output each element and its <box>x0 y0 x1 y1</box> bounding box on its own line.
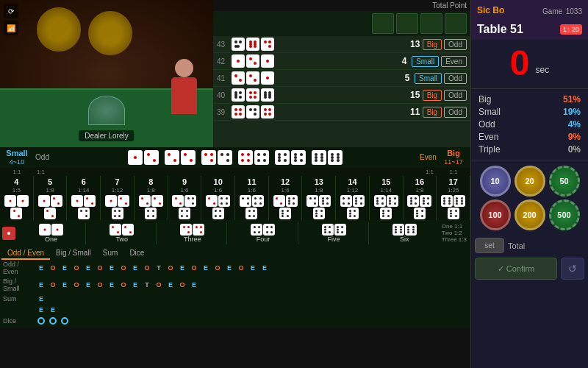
top-box-2 <box>396 13 418 34</box>
round-total: 15 <box>408 90 423 100</box>
top-box-3 <box>420 13 442 34</box>
bet-num-16[interactable]: 16 1:8 <box>404 176 437 220</box>
chip-200[interactable]: 200 <box>514 199 545 230</box>
history-sum-row2: E E <box>1 305 469 315</box>
bet-num-14[interactable]: 14 1:12 <box>336 176 370 220</box>
bet-die[interactable] <box>275 150 290 165</box>
die-2 <box>246 54 259 68</box>
tab-sum[interactable]: Sum <box>97 247 124 260</box>
small-tag: Small <box>415 73 442 84</box>
top-section: ⟳ 📶 Dealer Lorely Total Point 43 <box>0 0 470 147</box>
bet-num-11[interactable]: 11 1:6 <box>235 176 269 220</box>
tab-big-small[interactable]: Big / Small <box>50 247 97 260</box>
die-2 <box>246 88 259 102</box>
die-3 <box>261 71 274 85</box>
die-1 <box>232 38 245 51</box>
bet-die[interactable] <box>201 150 216 165</box>
chip-10[interactable]: 10 <box>480 166 511 197</box>
bet-die[interactable] <box>128 150 143 165</box>
separator <box>471 88 588 89</box>
game-number: 1033 <box>566 7 582 15</box>
chip-50[interactable]: 50 <box>549 166 580 197</box>
round-total: 4 <box>397 56 412 66</box>
top-box-1 <box>372 13 394 34</box>
refresh-button[interactable]: ↺ <box>561 258 584 280</box>
combo-three-label: Three <box>184 236 201 243</box>
history-odd-even-row: Odd / Even E O E O E O E O E O T O E O E… <box>1 260 469 276</box>
combo-three[interactable]: Three <box>158 222 227 244</box>
stat-odd-row: Odd 4% <box>478 119 581 130</box>
bet-die[interactable] <box>312 150 326 165</box>
odd-bet-label[interactable]: Odd <box>33 153 51 161</box>
combo-four-label: Four <box>257 236 270 243</box>
combo-two[interactable]: Two <box>87 222 157 244</box>
table-number: Table 51 <box>477 23 523 36</box>
combo-one-label: One <box>45 236 57 243</box>
combo-five[interactable]: Five <box>300 222 369 244</box>
video-feed: ⟳ 📶 Dealer Lorely <box>0 0 213 147</box>
bet-die[interactable] <box>291 150 306 165</box>
result-tags: Small Even <box>412 56 467 67</box>
total-row: Total <box>508 241 525 250</box>
big-tag: Big <box>423 107 442 118</box>
bet-num-10[interactable]: 10 1:6 <box>201 176 235 220</box>
bet-die[interactable] <box>238 150 253 165</box>
chip-20[interactable]: 20 <box>514 166 545 197</box>
bet-num-4[interactable]: 4 1:5 <box>0 176 34 220</box>
small-bet-label[interactable]: Small 4~10 <box>2 149 32 166</box>
stat-big-row: Big 51% <box>478 94 581 105</box>
even-bet-label[interactable]: Even <box>419 153 437 161</box>
round-number: 40 <box>217 91 232 99</box>
combo-one[interactable]: One <box>17 222 86 244</box>
action-area: set Total ✓ Confirm ↺ <box>471 234 588 283</box>
chips-row-1: 10 20 50 <box>475 166 584 197</box>
odd-tag: Odd <box>444 39 467 50</box>
bet-die[interactable] <box>144 150 159 165</box>
big-bet-label[interactable]: Big 11~17 <box>439 149 468 166</box>
round-number: 41 <box>217 74 232 82</box>
bet-num-6[interactable]: 6 1:14 <box>67 176 101 220</box>
refresh-icon[interactable]: ⟳ <box>4 4 18 18</box>
bet-die[interactable] <box>181 150 196 165</box>
dealer-body <box>171 77 197 114</box>
confirm-button[interactable]: ✓ Confirm <box>475 258 557 280</box>
top-box-4 <box>445 13 467 34</box>
checkmark-icon: ✓ <box>498 264 504 274</box>
round-number: 42 <box>217 57 232 66</box>
combo-six[interactable]: Six <box>370 222 439 244</box>
die-2 <box>246 105 259 118</box>
bet-die[interactable] <box>254 150 269 165</box>
bet-num-15[interactable]: 15 1:14 <box>370 176 404 220</box>
history-row: 42 4 Small Even <box>213 53 470 70</box>
bet-num-17[interactable]: 17 1:25 <box>437 176 470 220</box>
history-circle-row: Dice <box>1 316 469 326</box>
die-1 <box>232 88 245 102</box>
dice-display <box>232 105 408 118</box>
odd-tag: Odd <box>444 90 467 101</box>
top-boxes <box>213 11 470 36</box>
tab-dice[interactable]: Dice <box>123 247 150 260</box>
chip-100[interactable]: 100 <box>480 199 511 230</box>
bet-num-12[interactable]: 12 1:6 <box>269 176 303 220</box>
bet-num-13[interactable]: 13 1:8 <box>302 176 336 220</box>
bet-num-9[interactable]: 9 1:6 <box>168 176 202 220</box>
stat-even-value: 9% <box>568 132 581 142</box>
bet-die[interactable] <box>218 150 232 165</box>
history-sum-row1: Sum E <box>1 294 469 304</box>
tab-odd-even[interactable]: Odd / Even <box>1 247 50 260</box>
bet-num-7[interactable]: 7 1:12 <box>101 176 135 220</box>
chip-500[interactable]: 500 <box>549 199 580 230</box>
history-grid: Odd / Even Big / Small Sum Dice Odd / Ev… <box>0 246 470 328</box>
table-number-row: Table 51 1↑ 20 <box>471 21 588 40</box>
confirm-row: ✓ Confirm ↺ <box>475 258 584 280</box>
combo-four[interactable]: Four <box>229 222 298 244</box>
bet-die[interactable] <box>328 150 343 165</box>
dice-display <box>232 88 408 102</box>
round-number: 39 <box>217 108 232 116</box>
bet-num-8[interactable]: 8 1:8 <box>135 176 168 220</box>
bet-die[interactable] <box>165 150 179 165</box>
die-3 <box>261 88 274 102</box>
round-total: 11 <box>408 107 423 117</box>
bet-num-5[interactable]: 5 1:8 <box>34 176 68 220</box>
set-button[interactable]: set <box>475 238 504 253</box>
